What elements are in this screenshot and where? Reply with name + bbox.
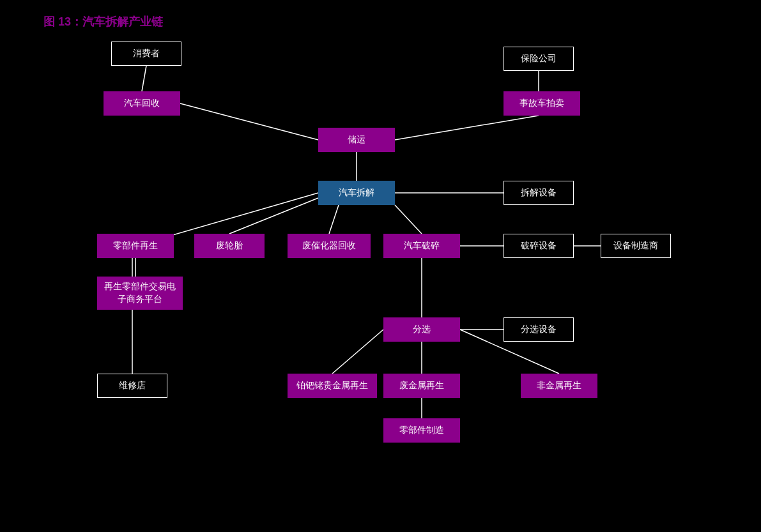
page-title: 图 13：汽车拆解产业链 [43, 14, 163, 29]
car-recycle-box: 汽车回收 [104, 91, 180, 116]
connectors [0, 0, 761, 532]
svg-line-3 [395, 116, 539, 140]
svg-line-7 [229, 198, 318, 234]
catalyst-recycle-box: 废催化器回收 [288, 234, 371, 258]
waste-tire-box: 废轮胎 [194, 234, 265, 258]
insurance-box: 保险公司 [503, 47, 574, 71]
crush-equipment-box: 破碎设备 [503, 234, 574, 258]
svg-line-9 [395, 205, 422, 234]
car-crush-box: 汽车破碎 [383, 234, 460, 258]
svg-line-2 [180, 103, 318, 140]
platinum-recycle-box: 铂钯铑贵金属再生 [288, 374, 377, 398]
metal-recycle-box: 废金属再生 [383, 374, 460, 398]
accident-auction-box: 事故车拍卖 [503, 91, 580, 116]
page: 图 13：汽车拆解产业链 [0, 0, 761, 532]
sorting-equipment-box: 分选设备 [503, 317, 574, 342]
equipment-maker-box: 设备制造商 [601, 234, 671, 258]
svg-line-0 [142, 66, 146, 91]
consumer-box: 消费者 [111, 42, 181, 66]
svg-line-16 [332, 330, 383, 374]
storage-box: 储运 [318, 128, 395, 152]
repair-shop-box: 维修店 [97, 374, 167, 398]
parts-trade-box: 再生零部件交易电 子商务平台 [97, 277, 183, 310]
non-metal-recycle-box: 非金属再生 [521, 374, 597, 398]
sorting-box: 分选 [383, 317, 460, 342]
dismantle-equipment-box: 拆解设备 [503, 181, 574, 205]
car-dismantle-box: 汽车拆解 [318, 181, 395, 205]
parts-recycle-box: 零部件再生 [97, 234, 174, 258]
svg-line-8 [329, 205, 339, 234]
parts-manufacture-box: 零部件制造 [383, 418, 460, 443]
